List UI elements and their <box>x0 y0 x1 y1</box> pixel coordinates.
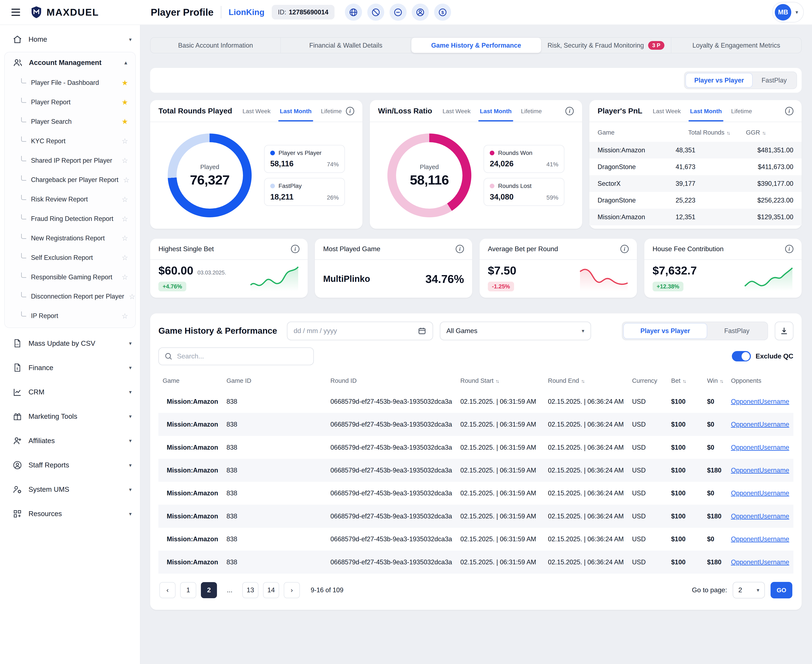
sort-icon[interactable]: ↑↓ <box>581 378 584 384</box>
sidebar-subitem[interactable]: KYC Report <box>5 131 136 151</box>
star-icon[interactable] <box>122 312 128 320</box>
info-icon[interactable]: i <box>785 107 793 115</box>
player-name-link[interactable]: LionKing <box>229 8 265 17</box>
sidebar-subitem[interactable]: Player File - Dashboard <box>5 73 136 93</box>
sort-icon[interactable]: ↑↓ <box>682 378 685 384</box>
opponent-link[interactable]: OpponentUsername <box>731 558 789 566</box>
period-tab[interactable]: Last Month <box>276 107 316 122</box>
sidebar-item-account-management[interactable]: Account Management ▴ <box>5 52 136 73</box>
history-mode-option[interactable]: FastPlay <box>708 324 766 338</box>
star-icon[interactable] <box>122 234 128 242</box>
profile-tabs: Basic Account Information Financial & Wa… <box>150 37 802 53</box>
sidebar-item-affiliates[interactable]: Affiliates ▾ <box>0 428 140 453</box>
profile-tab[interactable]: Financial & Wallet Details <box>281 37 411 53</box>
sidebar-subitem[interactable]: Disconnection Report per Player <box>5 287 136 306</box>
sidebar-subitem[interactable]: IP Report <box>5 306 136 325</box>
sort-icon[interactable]: ↑↓ <box>762 130 765 136</box>
go-button[interactable]: GO <box>771 582 793 599</box>
opponent-link[interactable]: OpponentUsername <box>731 535 789 542</box>
sidebar-subitem[interactable]: Fraud Ring Detection Report <box>5 209 136 228</box>
mode-toggle-option[interactable]: Player vs Player <box>686 73 752 87</box>
menu-icon[interactable] <box>9 7 22 18</box>
page-button[interactable]: 13 <box>242 582 258 598</box>
star-icon[interactable] <box>122 195 128 203</box>
sidebar-item-marketing-tools[interactable]: Marketing Tools ▾ <box>0 404 140 428</box>
period-tab[interactable]: Last Week <box>238 107 275 122</box>
info-icon[interactable]: i <box>291 245 299 253</box>
period-tab[interactable]: Last Month <box>686 107 726 122</box>
info-icon[interactable]: i <box>456 245 464 253</box>
sidebar-subitem[interactable]: Responsible Gaming Report <box>5 267 136 287</box>
sidebar-subitem[interactable]: New Registrations Report <box>5 228 136 248</box>
period-tab[interactable]: Last Month <box>476 107 516 122</box>
opponent-link[interactable]: OpponentUsername <box>731 444 789 451</box>
sort-icon[interactable]: ↑↓ <box>727 130 729 136</box>
profile-tab[interactable]: Risk, Security & Fraud Monitoring 3 P <box>541 37 671 53</box>
info-icon[interactable]: i <box>346 107 354 115</box>
page-button[interactable]: ... <box>222 582 238 598</box>
star-icon[interactable] <box>122 273 128 281</box>
opponent-link[interactable]: OpponentUsername <box>731 421 789 428</box>
opponent-link[interactable]: OpponentUsername <box>731 467 789 474</box>
page-button[interactable]: 2 <box>201 582 217 598</box>
sidebar-item-crm[interactable]: CRM ▾ <box>0 380 140 404</box>
period-tab[interactable]: Lifetime <box>727 107 756 122</box>
opponent-link[interactable]: OpponentUsername <box>731 490 789 496</box>
mode-toggle-option[interactable]: FastPlay <box>753 73 795 87</box>
date-input[interactable]: dd / mm / yyyy <box>287 322 433 340</box>
history-mode-option[interactable]: Player vs Player <box>624 324 707 338</box>
opponent-link[interactable]: OpponentUsername <box>731 398 789 405</box>
sort-icon[interactable]: ↑↓ <box>720 378 723 384</box>
page-button[interactable]: 14 <box>263 582 279 598</box>
period-tab[interactable]: Last Week <box>648 107 685 122</box>
page-button[interactable]: 1 <box>180 582 196 598</box>
next-page-button[interactable]: › <box>284 582 300 598</box>
dollar-circle-icon[interactable]: $ <box>434 3 451 21</box>
info-icon[interactable]: i <box>620 245 628 253</box>
sidebar-item-system-ums[interactable]: System UMS ▾ <box>0 477 140 502</box>
star-icon[interactable] <box>123 176 130 184</box>
profile-tab[interactable]: Loyalty & Engagement Metrics <box>671 37 801 53</box>
sidebar-subitem[interactable]: Chargeback per Player Report <box>5 170 136 190</box>
sort-icon[interactable]: ↑↓ <box>496 378 499 384</box>
star-icon[interactable] <box>122 78 128 87</box>
star-icon[interactable] <box>122 98 128 106</box>
period-tab[interactable]: Lifetime <box>317 107 346 122</box>
star-icon[interactable] <box>122 137 128 145</box>
sidebar-subitem[interactable]: Risk Review Report <box>5 190 136 209</box>
goto-page-select[interactable]: 2 ▾ <box>733 582 765 599</box>
period-tab[interactable]: Last Week <box>438 107 475 122</box>
sidebar-subitem[interactable]: Shared IP Report per Player <box>5 151 136 170</box>
game-filter-select[interactable]: All Games ▾ <box>440 322 591 340</box>
account-menu[interactable]: MB ▾ <box>772 2 804 23</box>
sidebar-item-mass-update-csv[interactable]: csv Mass Update by CSV ▾ <box>0 331 140 355</box>
star-icon[interactable] <box>129 292 135 301</box>
sidebar-item-staff-reports[interactable]: Staff Reports ▾ <box>0 453 140 477</box>
sidebar-item-resources[interactable]: Resources ▾ <box>0 502 140 526</box>
download-button[interactable] <box>775 322 793 340</box>
sidebar-subitem[interactable]: Player Search <box>5 112 136 131</box>
user-circle-icon[interactable] <box>412 3 429 21</box>
prev-page-button[interactable]: ‹ <box>159 582 175 598</box>
info-icon[interactable]: i <box>785 245 793 253</box>
trend-badge: +4.76% <box>158 282 186 291</box>
exclude-qc-toggle[interactable] <box>732 351 751 361</box>
period-tab[interactable]: Lifetime <box>517 107 546 122</box>
sidebar-item-home[interactable]: Home ▾ <box>0 29 140 50</box>
minus-circle-icon[interactable] <box>390 3 407 21</box>
opponent-link[interactable]: OpponentUsername <box>731 513 789 520</box>
profile-tab[interactable]: Basic Account Information <box>151 37 281 53</box>
star-icon[interactable] <box>122 253 128 262</box>
sidebar-subitem[interactable]: Self Exclusion Report <box>5 248 136 267</box>
star-icon[interactable] <box>122 215 128 223</box>
ban-icon[interactable] <box>367 3 385 21</box>
sidebar-item-finance[interactable]: $ Finance ▾ <box>0 355 140 380</box>
star-icon[interactable] <box>122 117 128 126</box>
star-icon[interactable] <box>122 156 128 164</box>
info-icon[interactable]: i <box>565 107 574 115</box>
globe-icon[interactable] <box>345 3 362 21</box>
search-input[interactable] <box>177 352 308 360</box>
profile-tab[interactable]: Game History & Performance <box>411 37 541 53</box>
pnl-card: Player's PnL Last WeekLast MonthLifetime… <box>590 100 802 229</box>
sidebar-subitem[interactable]: Player Report <box>5 93 136 112</box>
